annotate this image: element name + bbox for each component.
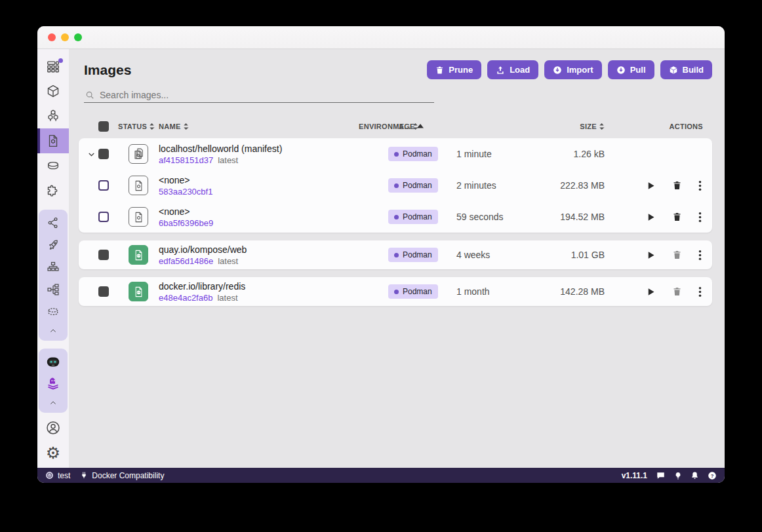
table-row[interactable]: <none> 6ba5f6396be9 Podman 59 seconds 19… — [84, 201, 703, 233]
row-checkbox[interactable] — [98, 212, 109, 222]
chevron-up-icon — [48, 398, 58, 408]
sidebar-item-bootc[interactable] — [39, 351, 68, 373]
sort-ascending-icon[interactable] — [417, 124, 424, 129]
table-row[interactable]: localhost/helloworld (manifest) af415815… — [84, 138, 703, 170]
row-checkbox[interactable] — [98, 149, 109, 159]
notifications-bell-icon[interactable] — [691, 471, 699, 480]
feedback-icon[interactable] — [656, 471, 666, 480]
collapse-group-button[interactable] — [39, 323, 68, 339]
podman-dot-icon — [394, 183, 399, 188]
column-header-name[interactable]: NAME — [159, 123, 181, 130]
notification-dot — [58, 58, 63, 63]
image-age: 2 minutes — [456, 180, 542, 191]
prune-button[interactable]: Prune — [427, 60, 481, 79]
app-version[interactable]: v1.11.1 — [622, 471, 647, 480]
image-file-icon — [46, 134, 60, 148]
gear-icon: ⚙ — [46, 445, 60, 461]
column-header-status[interactable]: STATUS — [118, 123, 147, 130]
robot-icon — [45, 353, 62, 370]
image-id-link[interactable]: 6ba5f6396be9 — [159, 218, 213, 228]
sidebar-item-dashboard[interactable] — [37, 54, 69, 79]
run-image-button[interactable] — [646, 287, 656, 297]
table-row[interactable]: quay.io/kompose/web edfa56d1486e latest … — [84, 240, 703, 269]
close-window-button[interactable] — [48, 33, 56, 41]
sidebar-item-share[interactable] — [39, 212, 68, 234]
collapse-row-button[interactable] — [84, 150, 98, 159]
help-icon[interactable]: ? — [708, 471, 717, 480]
docker-compatibility-label: Docker Compatibility — [92, 471, 164, 480]
load-button[interactable]: Load — [487, 60, 538, 79]
delete-image-button[interactable] — [672, 180, 682, 191]
more-actions-button[interactable] — [698, 212, 702, 223]
run-image-button[interactable] — [646, 250, 656, 260]
svg-text:?: ? — [711, 472, 714, 478]
podman-dot-icon — [394, 215, 399, 219]
upload-icon — [496, 66, 505, 75]
delete-image-button[interactable] — [672, 212, 682, 222]
run-image-button[interactable] — [646, 181, 656, 191]
image-size: 1.26 kB — [542, 149, 605, 159]
image-id-link[interactable]: e48e4ac2fa6b — [159, 293, 212, 303]
more-actions-button[interactable] — [698, 286, 702, 297]
sidebar-item-account[interactable] — [37, 415, 69, 440]
image-group-card: localhost/helloworld (manifest) af415815… — [79, 138, 712, 233]
sidebar-item-rocket[interactable] — [39, 234, 68, 256]
build-button[interactable]: Build — [660, 60, 713, 79]
sidebar-item-storage[interactable] — [39, 301, 68, 323]
more-actions-button[interactable] — [698, 180, 702, 191]
lightbulb-icon[interactable] — [674, 471, 682, 480]
titlebar — [37, 26, 725, 49]
column-header-size[interactable]: SIZE — [580, 123, 597, 130]
provider-status[interactable]: test — [45, 471, 70, 480]
row-checkbox[interactable] — [98, 286, 109, 297]
row-checkbox[interactable] — [98, 180, 109, 191]
used-image-icon — [129, 245, 148, 265]
sidebar-item-settings[interactable]: ⚙ — [37, 440, 69, 465]
more-actions-button[interactable] — [698, 250, 702, 261]
table-header: STATUS NAME ENVIRONME... AGE SIZE — [79, 119, 712, 134]
table-row[interactable]: <none> 583aa230cbf1 Podman 2 minutes 222… — [84, 170, 703, 201]
sort-icon[interactable] — [599, 123, 605, 130]
image-card: quay.io/kompose/web edfa56d1486e latest … — [79, 240, 712, 269]
unused-image-icon — [129, 176, 148, 195]
image-id-link[interactable]: 583aa230cbf1 — [159, 187, 212, 197]
sidebar-item-sitemap[interactable] — [39, 256, 68, 278]
podman-dot-icon — [394, 152, 399, 157]
zoom-window-button[interactable] — [74, 33, 82, 41]
sidebar-item-tree[interactable] — [39, 278, 68, 301]
sidebar-item-extensions[interactable] — [37, 178, 69, 203]
sidebar-item-ai-lab[interactable] — [39, 373, 68, 395]
image-id-link[interactable]: af4158151d37 — [159, 155, 213, 165]
pull-button[interactable]: Pull — [608, 60, 654, 79]
table-row[interactable]: docker.io/library/redis e48e4ac2fa6b lat… — [84, 277, 703, 306]
image-size: 222.83 MB — [542, 180, 605, 191]
chevron-up-icon — [48, 326, 58, 336]
plug-icon — [80, 471, 88, 480]
trash-icon — [435, 66, 444, 75]
import-button[interactable]: Import — [544, 60, 601, 79]
collapse-group-button[interactable] — [39, 395, 68, 411]
manifest-icon — [129, 144, 148, 164]
minimize-window-button[interactable] — [61, 33, 69, 41]
sidebar-item-containers[interactable] — [37, 79, 69, 104]
sort-icon[interactable] — [183, 123, 189, 130]
sidebar-item-volumes[interactable] — [37, 153, 69, 178]
sidebar-item-images[interactable] — [37, 128, 69, 153]
image-id-link[interactable]: edfa56d1486e — [159, 256, 213, 266]
search-input[interactable] — [100, 90, 433, 100]
podman-dot-icon — [394, 290, 399, 294]
provider-name: test — [58, 471, 70, 480]
docker-compatibility-status[interactable]: Docker Compatibility — [80, 471, 164, 480]
sort-icon[interactable] — [149, 123, 155, 130]
column-header-age[interactable]: AGE — [399, 123, 415, 130]
select-all-checkbox[interactable] — [98, 121, 109, 132]
volume-disk-icon — [46, 159, 60, 173]
image-size: 194.52 MB — [542, 212, 605, 222]
image-card: docker.io/library/redis e48e4ac2fa6b lat… — [79, 277, 712, 306]
download-circle-icon — [616, 66, 626, 75]
pods-icon — [46, 109, 60, 123]
environment-badge: Podman — [388, 178, 438, 193]
sidebar-item-pods[interactable] — [37, 104, 69, 128]
row-checkbox[interactable] — [98, 250, 109, 260]
run-image-button[interactable] — [646, 212, 656, 222]
